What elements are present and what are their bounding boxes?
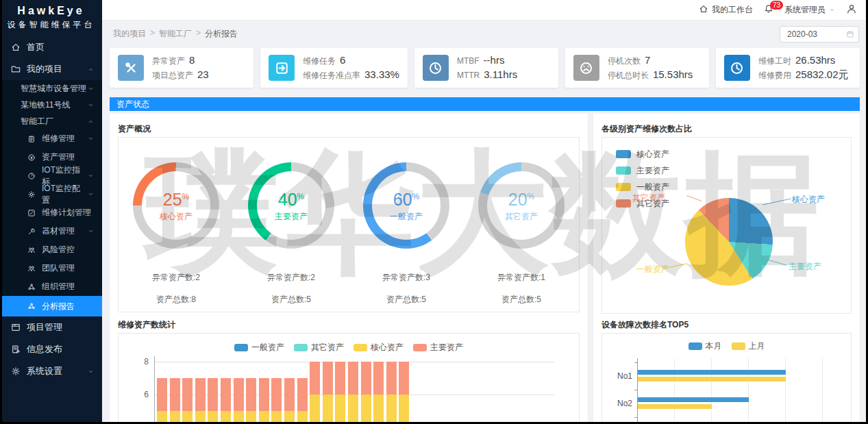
kpi-label: 停机次数 bbox=[608, 56, 641, 66]
total-count: 资产总数:5 bbox=[236, 288, 346, 310]
kpi-card: 停机次数7停机总时长15.53hrs bbox=[565, 48, 709, 88]
publish-icon bbox=[11, 345, 21, 354]
abnormal-count: 异常资产数:2 bbox=[236, 266, 346, 288]
kpi-label: 维修费用 bbox=[758, 71, 791, 80]
dashboard-page: HawkEye 设备智能维保平台 首页我的项目智慧城市设备管理某地铁11号线智能… bbox=[0, 0, 868, 424]
gauge-label: 核心资产 bbox=[160, 211, 193, 223]
legend-label: 核心资产 bbox=[371, 342, 404, 353]
pie bbox=[685, 198, 773, 286]
sidebar-item-首页[interactable]: 首页 bbox=[0, 36, 102, 58]
y-tick-label: 8 bbox=[135, 357, 149, 366]
legend-item-核心资产[interactable]: 核心资产 bbox=[354, 342, 404, 353]
notifications-button[interactable]: 73 bbox=[764, 4, 773, 16]
gauge-center: 20%其它资产 bbox=[478, 162, 565, 249]
gridline bbox=[785, 358, 786, 424]
kpi-row: 维修任务6 bbox=[303, 53, 399, 68]
org-icon bbox=[27, 283, 36, 291]
legend-label: 上月 bbox=[749, 340, 765, 352]
sidebar-item-label: 首页 bbox=[27, 41, 45, 53]
app-logo: HawkEye 设备智能维保平台 bbox=[0, 0, 102, 31]
abnormal-count: 异常资产数:1 bbox=[467, 266, 576, 288]
legend-item-一般资产[interactable]: 一般资产 bbox=[234, 342, 284, 353]
sidebar-item-分析报告[interactable]: 分析报告 bbox=[0, 296, 102, 316]
bar-major bbox=[386, 362, 397, 395]
sidebar-item-器材管理[interactable]: 器材管理 bbox=[0, 222, 102, 240]
kpi-card-body: 异常资产8项目总资产23 bbox=[152, 53, 209, 82]
kpi-label: MTTR bbox=[457, 71, 480, 80]
bar-major bbox=[221, 378, 231, 411]
pie-slice-label: 主要资产 bbox=[789, 261, 821, 273]
legend-swatch bbox=[616, 150, 631, 158]
gridline bbox=[674, 358, 675, 424]
bar-major bbox=[361, 362, 371, 395]
bar-major bbox=[170, 378, 180, 411]
sidebar-item-IOT监控配置[interactable]: IOT监控配置 bbox=[0, 185, 102, 203]
legend-item-上月[interactable]: 上月 bbox=[732, 340, 765, 352]
total-count: 资产总数:5 bbox=[467, 288, 576, 310]
legend-item-主要资产[interactable]: 主要资产 bbox=[413, 342, 463, 353]
axis-tick bbox=[634, 417, 637, 418]
bar-core bbox=[386, 395, 397, 424]
chevron-down-icon bbox=[88, 369, 94, 375]
bar-core bbox=[373, 395, 384, 424]
legend-swatch bbox=[234, 344, 248, 351]
gauge-label: 主要资产 bbox=[275, 211, 308, 223]
sidebar-item-团队管理[interactable]: 团队管理 bbox=[0, 259, 102, 277]
kpi-row: 停机总时长15.53hrs bbox=[608, 68, 693, 82]
user-menu[interactable]: 系统管理员 bbox=[784, 4, 835, 16]
axis-tick bbox=[634, 362, 637, 363]
legend-label: 一般资产 bbox=[251, 342, 284, 353]
frown-icon bbox=[573, 55, 599, 81]
team-icon bbox=[27, 264, 36, 273]
bar-major bbox=[246, 378, 256, 411]
gauge-icon bbox=[27, 172, 36, 180]
folder-icon bbox=[11, 64, 21, 74]
workbench-link[interactable]: 我的工作台 bbox=[699, 4, 753, 16]
legend-item-本月[interactable]: 本月 bbox=[689, 340, 722, 352]
sidebar-item-组织管理[interactable]: 组织管理 bbox=[0, 277, 102, 296]
kpi-card: MTBF--hrsMTTR3.11hrs bbox=[414, 48, 558, 88]
sidebar-item-维修计划管理[interactable]: 维修计划管理 bbox=[0, 203, 102, 222]
breadcrumb-item[interactable]: 智能工厂 bbox=[159, 28, 192, 40]
sidebar-item-智慧城市设备管理[interactable]: 智慧城市设备管理 bbox=[0, 80, 102, 97]
month-picker[interactable] bbox=[780, 26, 859, 42]
sidebar-item-风险管控[interactable]: 风险管控 bbox=[0, 240, 102, 259]
month-picker-input[interactable] bbox=[780, 29, 843, 40]
breadcrumb-item[interactable]: 分析报告 bbox=[205, 28, 238, 40]
sidebar-item-某地铁11号线[interactable]: 某地铁11号线 bbox=[0, 97, 102, 113]
breadcrumb-item[interactable]: 我的项目 bbox=[113, 28, 146, 40]
sidebar-item-label: 分析报告 bbox=[42, 301, 75, 312]
bar-current-month bbox=[638, 370, 786, 375]
clock-icon bbox=[724, 55, 750, 81]
legend-item-核心资产[interactable]: 核心资产 bbox=[616, 146, 669, 162]
kpi-row: 维修工时26.53hrs bbox=[758, 53, 849, 68]
sidebar-item-我的项目[interactable]: 我的项目 bbox=[0, 58, 102, 80]
avatar[interactable] bbox=[846, 3, 857, 16]
kpi-card: 维修工时26.53hrs维修费用25832.02元 bbox=[716, 48, 860, 88]
legend-item-其它资产[interactable]: 其它资产 bbox=[294, 342, 344, 353]
report-icon bbox=[27, 302, 36, 310]
bar-last-month bbox=[638, 377, 786, 382]
sidebar-item-智能工厂[interactable]: 智能工厂 bbox=[0, 113, 102, 129]
legend-swatch bbox=[294, 344, 308, 351]
legend-item-主要资产[interactable]: 主要资产 bbox=[616, 162, 669, 179]
kpi-value: 6 bbox=[340, 54, 345, 66]
project-icon bbox=[11, 323, 21, 332]
settings-icon bbox=[11, 366, 21, 376]
sidebar-item-系统设置[interactable]: 系统设置 bbox=[0, 360, 102, 382]
bar-major bbox=[195, 378, 206, 411]
gauge-percent: 25% bbox=[163, 188, 189, 208]
sidebar-item-label: 信息发布 bbox=[27, 343, 62, 356]
sidebar-item-label: 某地铁11号线 bbox=[21, 99, 70, 111]
chevron-up-icon bbox=[88, 66, 94, 73]
clock-icon bbox=[423, 55, 449, 81]
chevron-down-icon bbox=[88, 173, 94, 179]
gridline bbox=[748, 358, 749, 424]
sidebar-item-信息发布[interactable]: 信息发布 bbox=[0, 338, 102, 360]
bar-major bbox=[259, 378, 269, 411]
breadcrumb-separator: > bbox=[150, 28, 155, 40]
bar-major bbox=[373, 362, 384, 395]
sidebar-item-维修管理[interactable]: 维修管理 bbox=[0, 129, 102, 148]
asset-gauge: 60%一般资产异常资产数:3资产总数:5 bbox=[351, 162, 461, 310]
sidebar-item-项目管理[interactable]: 项目管理 bbox=[0, 316, 102, 338]
